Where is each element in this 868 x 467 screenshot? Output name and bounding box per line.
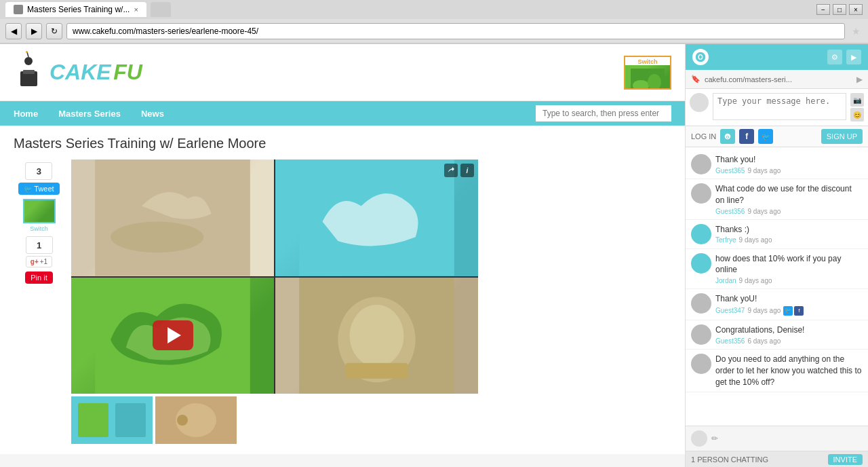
- browser-toolbar: ◀ ▶ ↻ www.cakefu.com/masters-series/earl…: [0, 19, 868, 43]
- chat-footer: ✏: [686, 426, 868, 451]
- msg-text-4: how does that 10% work if you pay online: [715, 253, 863, 276]
- msg-meta-5: Guest347 9 days ago 🐦 f: [715, 306, 863, 316]
- chat-message-5: Thank yoU! Guest347 9 days ago 🐦 f: [686, 289, 868, 320]
- thumb-2[interactable]: [155, 396, 237, 444]
- chat-url-go-btn[interactable]: ▶: [856, 75, 863, 84]
- chat-header: O ⚙ ▶: [686, 44, 868, 70]
- info-btn[interactable]: i: [460, 164, 474, 177]
- play-button[interactable]: [153, 320, 193, 350]
- chat-chevron-btn[interactable]: ▶: [846, 50, 861, 64]
- video-cell-1: [71, 160, 274, 276]
- maximize-btn[interactable]: □: [833, 4, 846, 15]
- switch-thumb-image: [625, 65, 670, 90]
- nav-news[interactable]: News: [141, 109, 164, 119]
- chat-url-text: cakefu.com/masters-seri...: [705, 75, 852, 83]
- gplus-btn[interactable]: g+ +1: [26, 256, 52, 267]
- msg-text-3: Thanks :): [715, 224, 863, 236]
- share-btn[interactable]: [444, 164, 458, 177]
- main-container: CAKE FU Switch: [0, 44, 868, 467]
- msg-avatar-7: [691, 354, 711, 374]
- gplus-section: 1 g+ +1: [26, 236, 53, 267]
- pin-btn[interactable]: Pin it: [25, 272, 52, 284]
- search-input[interactable]: [536, 105, 671, 122]
- minimize-btn[interactable]: −: [816, 4, 830, 15]
- bookmark-star[interactable]: ★: [849, 24, 863, 38]
- logo-area: CAKE FU: [14, 51, 142, 94]
- svg-point-2: [24, 57, 33, 65]
- gplus-icon: g+: [31, 258, 39, 265]
- chat-settings-btn[interactable]: ⚙: [827, 50, 842, 64]
- chat-message-2: What code do we use for the discount on …: [686, 179, 868, 220]
- refresh-btn[interactable]: ↻: [46, 23, 62, 39]
- chat-user-avatar: [690, 93, 709, 112]
- play-icon: [167, 327, 181, 343]
- chat-invite-btn[interactable]: INVITE: [828, 454, 863, 465]
- chat-message-input[interactable]: [713, 93, 846, 120]
- login-label: LOG IN: [691, 132, 716, 141]
- window-controls: − □ ×: [816, 4, 863, 15]
- header-right: Switch: [624, 56, 671, 90]
- msg-text-5: Thank yoU!: [715, 293, 863, 305]
- title-bar: Masters Series Training w/... × − □ ×: [0, 0, 868, 19]
- chat-pen-icon: ✏: [711, 434, 718, 443]
- nav-masters-series[interactable]: Masters Series: [58, 109, 121, 119]
- msg-avatar-6: [691, 324, 711, 345]
- logo-icon: [14, 51, 44, 94]
- msg-time-4: 9 days ago: [739, 277, 772, 284]
- switch-small-thumb[interactable]: [23, 199, 56, 223]
- msg-content-3: Thanks :) Terfrye 9 days ago: [715, 224, 863, 244]
- url-text: www.cakefu.com/masters-series/earlene-mo…: [73, 26, 258, 36]
- msg-author-4: Jordan: [715, 277, 736, 284]
- login-facebook-btn[interactable]: f: [739, 129, 754, 144]
- nav-home[interactable]: Home: [14, 109, 38, 119]
- msg-content-2: What code do we use for the discount on …: [715, 183, 863, 215]
- nav-bar: Home Masters Series News: [0, 101, 685, 126]
- close-btn[interactable]: ×: [849, 4, 863, 15]
- switch-label: Switch: [625, 57, 670, 65]
- login-cakefu-btn[interactable]: O: [720, 129, 735, 144]
- svg-point-4: [26, 51, 28, 53]
- svg-rect-1: [23, 70, 35, 74]
- msg-text-1: Thank you!: [715, 154, 863, 166]
- logo-text: CAKE FU: [50, 60, 142, 85]
- social-sidebar: 3 🐦 Tweet Switch 1: [14, 160, 64, 444]
- switch-thumbnail[interactable]: Switch: [624, 56, 671, 90]
- tab-favicon: [14, 5, 23, 14]
- msg-time-1: 9 days ago: [747, 167, 781, 174]
- chat-message-3: Thanks :) Terfrye 9 days ago: [686, 220, 868, 249]
- svg-point-21: [177, 415, 188, 426]
- msg-meta-6: Guest356 6 days ago: [715, 337, 863, 345]
- chat-emoji-btn[interactable]: 😊: [850, 108, 864, 122]
- forward-btn[interactable]: ▶: [26, 23, 42, 39]
- chat-panel: O ⚙ ▶ 🔖 cakefu.com/masters-seri... ▶ 📷 😊: [685, 44, 868, 467]
- msg-time-2: 9 days ago: [747, 208, 781, 215]
- chat-camera-btn[interactable]: 📷: [850, 93, 864, 107]
- chat-message-7: Do you need to add anything on the order…: [686, 350, 868, 392]
- msg-author-3: Terfrye: [715, 236, 736, 244]
- thumb-1[interactable]: [71, 396, 153, 444]
- chat-message-4: how does that 10% work if you pay online…: [686, 249, 868, 290]
- msg-author-5: Guest347: [715, 307, 745, 314]
- video-wrapper: i: [71, 160, 478, 444]
- twitter-icon: 🐦: [24, 185, 32, 193]
- svg-text:O: O: [698, 54, 703, 61]
- website-area: CAKE FU Switch: [0, 44, 685, 467]
- active-tab[interactable]: Masters Series Training w/... ×: [5, 2, 146, 17]
- login-twitter-btn[interactable]: 🐦: [758, 129, 773, 144]
- msg-meta-4: Jordan 9 days ago: [715, 277, 863, 284]
- msg-content-5: Thank yoU! Guest347 9 days ago 🐦 f: [715, 293, 863, 316]
- msg-avatar-5: [691, 293, 711, 314]
- msg-avatar-4: [691, 253, 711, 274]
- back-btn[interactable]: ◀: [5, 23, 22, 39]
- tab-close-btn[interactable]: ×: [134, 5, 138, 14]
- msg-content-7: Do you need to add anything on the order…: [715, 354, 863, 388]
- switch-small: Switch: [23, 199, 56, 232]
- msg-content-4: how does that 10% work if you pay online…: [715, 253, 863, 285]
- video-cell-4: [275, 278, 478, 394]
- new-tab[interactable]: [151, 2, 171, 17]
- address-bar[interactable]: www.cakefu.com/masters-series/earlene-mo…: [66, 23, 845, 39]
- video-player[interactable]: [71, 160, 478, 394]
- tweet-btn[interactable]: 🐦 Tweet: [18, 183, 59, 195]
- content-row: 3 🐦 Tweet Switch 1: [14, 160, 671, 444]
- signup-btn[interactable]: SIGN UP: [821, 129, 863, 144]
